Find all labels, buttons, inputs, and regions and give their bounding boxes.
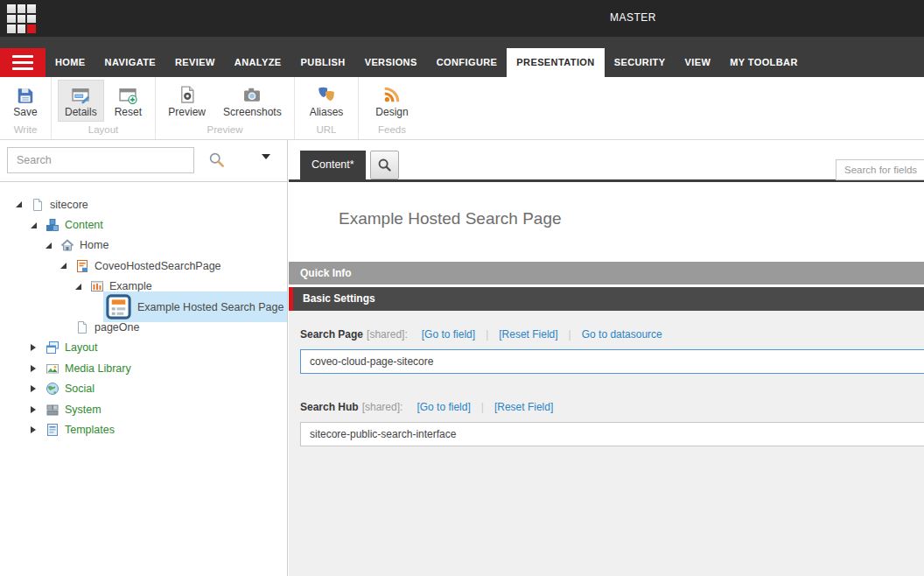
tab-analyze[interactable]: ANALYZE xyxy=(225,48,291,77)
tab-view[interactable]: VIEW xyxy=(675,48,720,77)
expand-arrow-icon[interactable] xyxy=(31,406,44,413)
link-separator: | xyxy=(486,328,488,341)
hamburger-menu-button[interactable] xyxy=(0,48,46,77)
tree-item-body[interactable]: System xyxy=(44,401,108,418)
tree-item-body[interactable]: sitecore xyxy=(29,196,94,214)
preview-button[interactable]: Preview xyxy=(161,80,213,122)
content-editor-window: MASTER HOMENAVIGATEREVIEWANALYZEPUBLISHV… xyxy=(0,0,924,576)
search-page-input[interactable] xyxy=(300,349,924,374)
tree-item-templates: Templates xyxy=(0,419,287,439)
document-icon xyxy=(31,198,50,212)
item-header: Example Hosted Search Page xyxy=(289,182,924,262)
tree-item-body[interactable]: Social xyxy=(44,380,101,397)
tree-item-label: Social xyxy=(65,383,94,395)
ribbon-group-preview: PreviewScreenshotsPreview xyxy=(156,77,294,139)
collapse-arrow-icon[interactable] xyxy=(16,201,29,207)
tab-navigate[interactable]: NAVIGATE xyxy=(95,48,165,77)
tab-review[interactable]: REVIEW xyxy=(165,48,225,77)
tree-item-sitecore: sitecore xyxy=(0,194,287,214)
ribbon-group-feeds: DesignFeeds xyxy=(359,77,425,139)
tab-publish[interactable]: PUBLISH xyxy=(291,48,355,77)
search-hub-input[interactable] xyxy=(300,422,924,446)
expand-arrow-icon[interactable] xyxy=(31,344,44,351)
collapse-arrow-icon[interactable] xyxy=(46,242,59,249)
field-shared-label: [shared]: xyxy=(367,328,408,341)
search-icon xyxy=(377,158,392,172)
ribbon-button-label: Details xyxy=(65,106,97,118)
details-button[interactable]: Details xyxy=(58,80,104,122)
chevron-down-icon[interactable] xyxy=(262,154,270,159)
reset-field-link[interactable]: [Reset Field] xyxy=(494,401,553,413)
section-basic-settings[interactable]: Basic Settings xyxy=(289,287,924,311)
tab-presentation[interactable]: PRESENTATION xyxy=(507,48,604,77)
tree-item-label: Home xyxy=(80,239,108,251)
editor-tab-bar: Content* xyxy=(289,140,924,182)
reset-field-link[interactable]: [Reset Field] xyxy=(499,328,557,341)
tree-item-system: System xyxy=(0,399,287,419)
ribbon-button-label: Design xyxy=(375,106,408,118)
go-to-field-link[interactable]: [Go to field] xyxy=(416,401,470,413)
tree-item-body[interactable]: Media Library xyxy=(44,360,137,377)
tab-my-toolbar[interactable]: MY TOOLBAR xyxy=(720,48,808,77)
document-icon xyxy=(75,320,94,334)
tree-item-home: Home xyxy=(0,235,287,256)
collapse-arrow-icon[interactable] xyxy=(75,284,88,290)
tree-item-label: Content xyxy=(65,219,103,231)
top-bar: MASTER xyxy=(0,0,924,37)
collapse-arrow-icon[interactable] xyxy=(60,263,74,269)
menu-bar: HOMENAVIGATEREVIEWANALYZEPUBLISHVERSIONS… xyxy=(0,37,924,77)
tree-search-bar xyxy=(0,140,287,182)
tree-item-body[interactable]: Example Hosted Search Page xyxy=(103,292,287,322)
ribbon-toolbar: SaveWriteDetailsResetLayoutPreviewScreen… xyxy=(0,77,924,140)
editor-pane: Content* Example Hosted Search Page Quic… xyxy=(289,140,924,576)
field-label-row: Search Page[shared]:[Go to field]|[Reset… xyxy=(300,328,924,341)
content-search-button[interactable] xyxy=(370,151,399,179)
home-icon xyxy=(60,238,80,252)
tree-item-body[interactable]: Templates xyxy=(44,421,121,439)
sitecore-logo xyxy=(7,4,36,33)
tab-home[interactable]: HOME xyxy=(46,48,95,77)
tab-configure[interactable]: CONFIGURE xyxy=(427,48,508,77)
search-icon[interactable] xyxy=(208,151,225,172)
ribbon-group-layout: DetailsResetLayout xyxy=(52,77,155,139)
layout-icon xyxy=(46,341,65,355)
tree-item-body[interactable]: Layout xyxy=(44,339,104,356)
tree-item-body[interactable]: Home xyxy=(59,236,115,254)
ribbon-button-label: Save xyxy=(13,106,37,118)
search-input[interactable] xyxy=(7,147,194,173)
preview-icon xyxy=(178,85,197,104)
screenshots-button[interactable]: Screenshots xyxy=(216,80,289,122)
go-to-datasource-link[interactable]: Go to datasource xyxy=(582,328,662,341)
save-button[interactable]: Save xyxy=(6,80,44,122)
expand-arrow-icon[interactable] xyxy=(31,365,44,372)
collapse-arrow-icon[interactable] xyxy=(31,222,44,228)
tab-content[interactable]: Content* xyxy=(300,151,366,179)
reset-button[interactable]: Reset xyxy=(108,80,149,122)
aliases-button[interactable]: Aliases xyxy=(303,80,351,122)
expand-arrow-icon[interactable] xyxy=(31,426,44,433)
go-to-field-link[interactable]: [Go to field] xyxy=(422,328,475,341)
tree-item-label: System xyxy=(65,404,102,416)
expand-arrow-icon[interactable] xyxy=(31,385,44,392)
section-quick-info[interactable]: Quick Info xyxy=(289,262,924,284)
design-button[interactable]: Design xyxy=(368,80,415,122)
cubes-icon xyxy=(46,218,65,232)
ribbon-group-label: Preview xyxy=(156,124,294,135)
field-search-input[interactable] xyxy=(836,159,924,180)
tab-security[interactable]: SECURITY xyxy=(605,48,676,77)
tab-versions[interactable]: VERSIONS xyxy=(355,48,427,77)
tree-item-body[interactable]: pageOne xyxy=(74,319,145,336)
tree-item-example-hosted-search-page: Example Hosted Search Page xyxy=(0,297,287,317)
ribbon-group-url: AliasesURL xyxy=(295,77,358,139)
ribbon-group-label: Write xyxy=(0,124,51,135)
field-shared-label: [shared]: xyxy=(362,401,403,413)
item-title: Example Hosted Search Page xyxy=(339,209,562,228)
tree-item-body[interactable]: CoveoHostedSearchPage xyxy=(74,257,228,275)
tree-item-body[interactable]: Content xyxy=(44,216,109,234)
ribbon-button-label: Preview xyxy=(168,106,206,118)
tree-item-layout: Layout xyxy=(0,338,287,358)
link-separator: | xyxy=(569,328,571,341)
field-label-row: Search Hub[shared]:[Go to field]|[Reset … xyxy=(300,401,924,414)
tree-item-label: CoveoHostedSearchPage xyxy=(94,260,221,272)
tree-item-label: Media Library xyxy=(65,362,131,375)
